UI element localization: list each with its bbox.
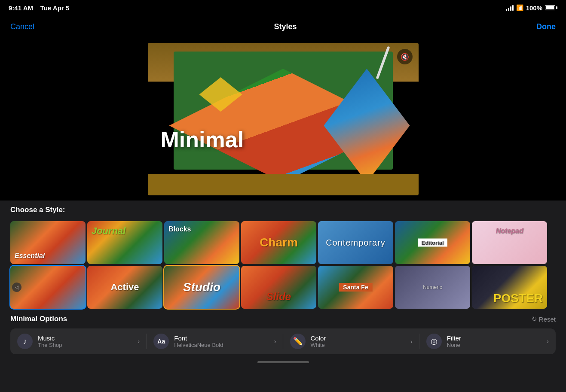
style-poster[interactable]: POSTER bbox=[472, 266, 547, 309]
option-color-text: Color White bbox=[311, 334, 411, 348]
reset-label: Reset bbox=[539, 316, 556, 323]
filter-icon: ◎ bbox=[426, 334, 442, 349]
style-label-essential: Essential bbox=[15, 252, 45, 260]
nav-bar: Cancel Styles Done bbox=[0, 15, 566, 38]
style-studio[interactable]: Studio bbox=[164, 266, 239, 309]
music-label: Music bbox=[38, 334, 138, 342]
font-label: Font bbox=[174, 334, 274, 342]
option-color[interactable]: ✏️ Color White › bbox=[283, 328, 419, 354]
style-editorial[interactable]: Editorial bbox=[395, 221, 470, 264]
status-indicators: 📶 100% bbox=[506, 4, 557, 12]
style-label-poster: POSTER bbox=[493, 292, 543, 305]
color-icon: ✏️ bbox=[290, 334, 306, 349]
cancel-button[interactable]: Cancel bbox=[10, 22, 34, 31]
signal-icon bbox=[506, 5, 514, 11]
chevron-right-icon: › bbox=[138, 338, 140, 345]
option-font-text: Font HelveticaNeue Bold bbox=[174, 334, 274, 348]
style-charm[interactable]: Charm bbox=[241, 221, 316, 264]
style-label-santafe: Santa Fe bbox=[339, 283, 372, 292]
chevron-right-icon-font: › bbox=[274, 338, 276, 345]
reset-icon: ↻ bbox=[532, 315, 537, 323]
options-title: Minimal Options bbox=[10, 315, 67, 323]
date-display: Tue Apr 5 bbox=[40, 4, 70, 12]
done-button[interactable]: Done bbox=[536, 22, 556, 31]
mute-icon: 🔇 bbox=[401, 53, 409, 61]
battery-percent: 100% bbox=[526, 4, 542, 12]
filter-label: Filter bbox=[447, 334, 547, 342]
style-label-slide: Slide bbox=[266, 291, 291, 303]
style-label-notepad: Notepad bbox=[496, 227, 523, 235]
style-minimal[interactable]: ◁ bbox=[10, 266, 86, 309]
style-santafe[interactable]: Santa Fe bbox=[318, 266, 393, 309]
music-value: The Shop bbox=[38, 342, 138, 348]
font-value: HelveticaNeue Bold bbox=[174, 342, 274, 348]
option-font[interactable]: Aa Font HelveticaNeue Bold › bbox=[147, 328, 283, 354]
style-blocks[interactable]: Blocks bbox=[164, 221, 239, 264]
filter-value: None bbox=[447, 342, 547, 348]
home-indicator bbox=[0, 359, 566, 366]
option-filter[interactable]: ◎ Filter None › bbox=[419, 328, 556, 354]
scroll-left-indicator: ◁ bbox=[12, 283, 21, 292]
page-title: Styles bbox=[274, 22, 297, 31]
style-label-journal: Journal bbox=[92, 225, 125, 237]
options-header: Minimal Options ↻ Reset bbox=[10, 315, 556, 323]
color-value: White bbox=[311, 342, 411, 348]
option-music[interactable]: ♪ Music The Shop › bbox=[10, 328, 147, 354]
chevron-right-icon-filter: › bbox=[547, 338, 549, 345]
style-contemporary[interactable]: Contemporary bbox=[318, 221, 393, 264]
styles-section: Choose a Style: bbox=[0, 201, 566, 221]
style-label-active: Active bbox=[110, 282, 139, 293]
style-label-contemporary: Contemporary bbox=[326, 238, 385, 248]
status-bar: 9:41 AM Tue Apr 5 📶 100% bbox=[0, 0, 566, 15]
wifi-icon: 📶 bbox=[516, 4, 523, 11]
video-container: Minimal 🔇 bbox=[0, 38, 566, 201]
option-music-text: Music The Shop bbox=[38, 334, 138, 348]
style-active[interactable]: Active bbox=[87, 266, 162, 309]
color-label: Color bbox=[311, 334, 411, 342]
style-journal[interactable]: Journal bbox=[87, 221, 162, 264]
style-label-charm: Charm bbox=[260, 236, 298, 249]
style-slide[interactable]: Slide bbox=[241, 266, 316, 309]
option-filter-text: Filter None bbox=[447, 334, 547, 348]
time-display: 9:41 AM bbox=[9, 4, 33, 12]
home-bar bbox=[257, 361, 309, 363]
video-preview[interactable]: Minimal 🔇 bbox=[148, 43, 419, 195]
style-label-editorial: Editorial bbox=[418, 239, 447, 247]
status-time: 9:41 AM Tue Apr 5 bbox=[9, 4, 69, 12]
choose-style-label: Choose a Style: bbox=[10, 206, 556, 214]
style-essential[interactable]: Essential bbox=[10, 221, 86, 264]
style-label-studio: Studio bbox=[183, 280, 220, 294]
battery-icon bbox=[545, 5, 557, 10]
chevron-right-icon-color: › bbox=[410, 338, 413, 345]
style-label-numeric: Numeric bbox=[403, 284, 463, 290]
font-icon: Aa bbox=[153, 334, 169, 349]
options-section: Minimal Options ↻ Reset ♪ Music The Shop… bbox=[0, 309, 566, 359]
style-notepad[interactable]: Notepad bbox=[472, 221, 547, 264]
style-label-blocks: Blocks bbox=[168, 225, 191, 233]
mute-button[interactable]: 🔇 bbox=[397, 49, 413, 64]
music-icon: ♪ bbox=[17, 334, 33, 349]
options-row: ♪ Music The Shop › Aa Font HelveticaNeue… bbox=[10, 328, 556, 354]
style-numeric[interactable]: Numeric bbox=[395, 266, 470, 309]
preview-style-label: Minimal bbox=[161, 127, 244, 152]
reset-button[interactable]: ↻ Reset bbox=[532, 315, 556, 323]
